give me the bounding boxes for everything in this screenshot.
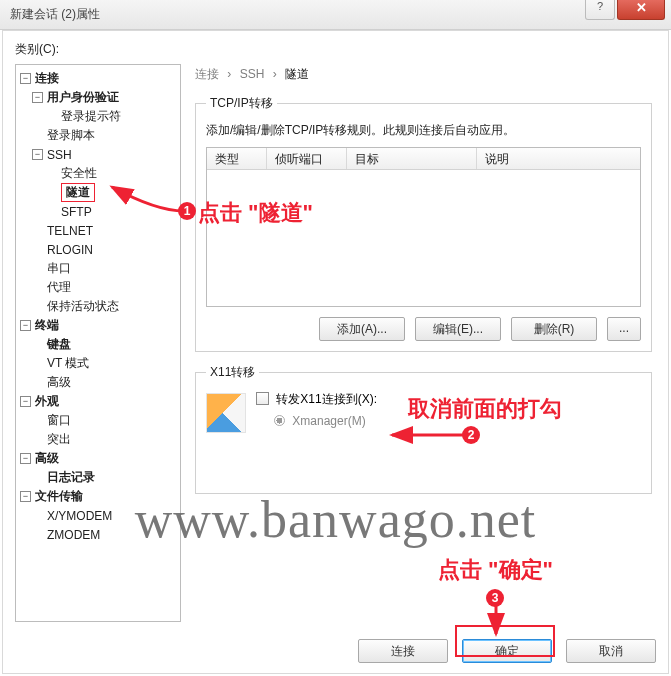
tcpip-desc: 添加/编辑/删除TCP/IP转移规则。此规则连接后自动应用。 xyxy=(206,122,641,139)
breadcrumb: 连接 › SSH › 隧道 xyxy=(195,66,652,83)
tree-item-serial[interactable]: 串口 xyxy=(47,260,71,277)
expand-icon[interactable]: − xyxy=(32,149,43,160)
expand-icon[interactable]: − xyxy=(20,396,31,407)
detail-panel: 连接 › SSH › 隧道 TCP/IP转移 添加/编辑/删除TCP/IP转移规… xyxy=(181,64,656,622)
connect-button[interactable]: 连接 xyxy=(358,639,448,663)
cancel-button[interactable]: 取消 xyxy=(566,639,656,663)
tree-item-keyboard[interactable]: 键盘 xyxy=(47,336,71,353)
titlebar: 新建会话 (2)属性 ? ✕ xyxy=(0,0,671,30)
tree-item-telnet[interactable]: TELNET xyxy=(47,224,93,238)
chevron-right-icon: › xyxy=(227,67,231,81)
window-title: 新建会话 (2)属性 xyxy=(10,6,100,23)
col-target[interactable]: 目标 xyxy=(347,148,477,169)
tree-item-userauth[interactable]: 用户身份验证 xyxy=(47,89,119,106)
x11-forward-checkbox[interactable] xyxy=(256,392,269,405)
group-tcpip: TCP/IP转移 添加/编辑/删除TCP/IP转移规则。此规则连接后自动应用。 … xyxy=(195,95,652,352)
group-x11: X11转移 转发X11连接到(X): Xmanager(M) xyxy=(195,364,652,494)
tree-item-vtmode[interactable]: VT 模式 xyxy=(47,355,89,372)
expand-icon[interactable]: − xyxy=(20,453,31,464)
ok-button[interactable]: 确定 xyxy=(462,639,552,663)
tree-item-tunnel[interactable]: 隧道 xyxy=(61,183,95,202)
tree-item-appearance[interactable]: 外观 xyxy=(35,393,59,410)
tree-item-security[interactable]: 安全性 xyxy=(61,165,97,182)
expand-icon[interactable]: − xyxy=(20,73,31,84)
tree-item-advanced[interactable]: 高级 xyxy=(35,450,59,467)
category-tree[interactable]: −连接 −用户身份验证 登录提示符 登录脚本 −SSH 安全性 隧道 SFTP xyxy=(15,64,181,622)
tree-item-filetransfer[interactable]: 文件传输 xyxy=(35,488,83,505)
tree-item-ssh[interactable]: SSH xyxy=(47,148,72,162)
expand-icon[interactable]: − xyxy=(32,92,43,103)
tree-item-loginscript[interactable]: 登录脚本 xyxy=(47,127,95,144)
tree-item-sftp[interactable]: SFTP xyxy=(61,205,92,219)
close-button[interactable]: ✕ xyxy=(617,0,665,20)
x11-icon xyxy=(206,393,246,433)
tree-item-terminal[interactable]: 终端 xyxy=(35,317,59,334)
tree-item-loginprompt[interactable]: 登录提示符 xyxy=(61,108,121,125)
rules-listview[interactable]: 类型 侦听端口 目标 说明 xyxy=(206,147,641,307)
expand-icon[interactable]: − xyxy=(20,320,31,331)
breadcrumb-item: 连接 xyxy=(195,67,219,81)
delete-button[interactable]: 删除(R) xyxy=(511,317,597,341)
category-label: 类别(C): xyxy=(15,41,656,58)
tree-item-rlogin[interactable]: RLOGIN xyxy=(47,243,93,257)
breadcrumb-item-active: 隧道 xyxy=(285,67,309,81)
chevron-right-icon: › xyxy=(273,67,277,81)
dialog-footer: 连接 确定 取消 xyxy=(358,639,656,663)
expand-icon[interactable]: − xyxy=(20,491,31,502)
col-desc[interactable]: 说明 xyxy=(477,148,640,169)
edit-button[interactable]: 编辑(E)... xyxy=(415,317,501,341)
col-type[interactable]: 类型 xyxy=(207,148,267,169)
tree-item-connection[interactable]: 连接 xyxy=(35,70,59,87)
tree-item-break[interactable]: 突出 xyxy=(47,431,71,448)
tree-item-advanced-terminal[interactable]: 高级 xyxy=(47,374,71,391)
add-button[interactable]: 添加(A)... xyxy=(319,317,405,341)
tree-item-window[interactable]: 窗口 xyxy=(47,412,71,429)
breadcrumb-item: SSH xyxy=(240,67,265,81)
xmanager-radio-label: Xmanager(M) xyxy=(292,414,365,428)
tree-item-proxy[interactable]: 代理 xyxy=(47,279,71,296)
x11-forward-label: 转发X11连接到(X): xyxy=(276,392,377,406)
more-button[interactable]: ... xyxy=(607,317,641,341)
tree-item-logging[interactable]: 日志记录 xyxy=(47,469,95,486)
radio-icon[interactable] xyxy=(274,415,285,426)
col-listen[interactable]: 侦听端口 xyxy=(267,148,347,169)
group-title: X11转移 xyxy=(206,364,259,381)
listview-header: 类型 侦听端口 目标 说明 xyxy=(207,148,640,170)
tree-item-zmodem[interactable]: ZMODEM xyxy=(47,528,100,542)
group-title: TCP/IP转移 xyxy=(206,95,277,112)
dialog-body: 类别(C): −连接 −用户身份验证 登录提示符 登录脚本 −SSH 安全性 隧… xyxy=(2,30,669,674)
help-button[interactable]: ? xyxy=(585,0,615,20)
tree-item-xymodem[interactable]: X/YMODEM xyxy=(47,509,112,523)
tree-item-keepalive[interactable]: 保持活动状态 xyxy=(47,298,119,315)
